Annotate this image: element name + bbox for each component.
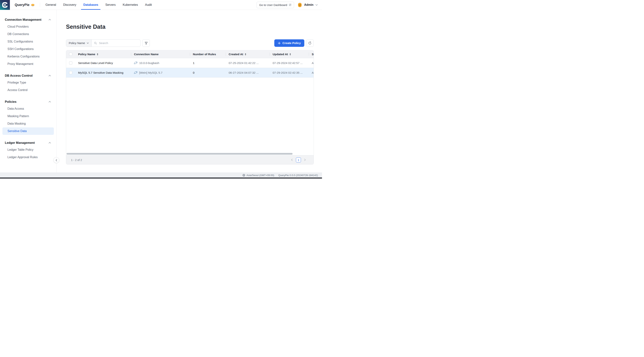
select-all-checkbox[interactable] [69, 53, 72, 56]
search-input[interactable] [98, 41, 138, 45]
section-title: Ledger Management [5, 141, 35, 145]
refresh-icon [308, 42, 312, 45]
pagination-bar: 1 - 2 of 2 1 [66, 155, 314, 164]
chevron-up-icon [48, 75, 51, 77]
column-label: Updated At [272, 53, 288, 56]
table-row[interactable]: MySQL 5.7 Sensitive Data Masking [Wein] … [66, 68, 314, 78]
column-header-connection-name[interactable]: Connection Name [131, 50, 190, 58]
horizontal-scrollbar [66, 153, 314, 155]
column-header-truncated[interactable]: S [309, 50, 314, 58]
sort-icon [290, 53, 291, 55]
sidebar-item-ledger-approval-rules[interactable]: Ledger Approval Rules [2, 154, 54, 161]
user-menu[interactable]: Admin [298, 3, 318, 7]
section-header-connection-management[interactable]: Connection Management [0, 16, 56, 23]
go-to-user-dashboard-button[interactable]: Go to User Dashboard [256, 2, 294, 8]
row-checkbox-cell [66, 58, 75, 68]
row-checkbox[interactable] [69, 71, 72, 74]
select-all-cell [66, 50, 75, 58]
sidebar-item-db-connections[interactable]: DB Connections [2, 31, 54, 38]
filter-button[interactable] [142, 39, 150, 47]
timezone-text: Asia/Seoul (GMT+09:00) [246, 174, 274, 177]
tab-audit[interactable]: Audit [143, 0, 154, 10]
section-header-ledger-management[interactable]: Ledger Management [0, 139, 56, 146]
sidebar-item-data-masking[interactable]: Data Masking [2, 120, 54, 127]
sidebar-item-ssh-configurations[interactable]: SSH Configurations [2, 45, 54, 53]
column-header-created-at[interactable]: Created At [226, 50, 270, 58]
search-box [92, 40, 140, 47]
sort-icon [97, 53, 98, 55]
primary-nav: General Discovery Databases Servers Kube… [42, 0, 156, 10]
sidebar-item-kerberos-configurations[interactable]: Kerberos Configurations [2, 53, 54, 60]
tab-databases[interactable]: Databases [81, 0, 100, 10]
search-field-selector[interactable]: Policy Name [66, 40, 92, 47]
timezone: Asia/Seoul (GMT+09:00) [242, 174, 274, 177]
chevron-right-icon [304, 159, 306, 161]
tab-servers[interactable]: Servers [103, 0, 118, 10]
chevron-up-icon [48, 142, 51, 144]
chevron-up-icon [48, 19, 51, 21]
refresh-button[interactable] [306, 39, 314, 47]
section-ledger-management: Ledger Management Ledger Table Policy Le… [0, 139, 56, 161]
previous-page-button[interactable] [291, 159, 293, 161]
section-connection-management: Connection Management Cloud Providers DB… [0, 16, 56, 68]
sidebar-collapse-button[interactable] [54, 157, 59, 163]
created-at-cell: 07-25-2024 01:42:22 ... [226, 58, 270, 68]
table-empty-area [66, 78, 314, 153]
bottom-dark-strip [0, 178, 322, 179]
main-content: Sensitive Data Policy Name Create Po [57, 10, 322, 173]
table-row[interactable]: Sensitive Data Level Policy 10.0.0-bugba… [66, 58, 314, 68]
sidebar-item-data-access[interactable]: Data Access [2, 105, 54, 113]
row-checkbox-cell [66, 68, 75, 77]
truncated-cell: A [309, 68, 314, 77]
version-text: QueryPie 0.0.0 (20240726-184142) [278, 174, 318, 177]
sidebar-item-cloud-providers[interactable]: Cloud Providers [2, 23, 54, 31]
create-policy-button[interactable]: Create Policy [274, 39, 304, 47]
filter-funnel-icon [144, 42, 148, 45]
truncated-cell: A [309, 58, 314, 68]
chevron-up-icon [48, 101, 51, 103]
connection-name: [Wein] MySQL 5.7 [139, 71, 162, 74]
chevron-left-icon [291, 159, 293, 161]
sidebar-item-masking-pattern[interactable]: Masking Pattern [2, 113, 54, 120]
row-checkbox[interactable] [69, 61, 72, 65]
section-policies: Policies Data Access Masking Pattern Dat… [0, 98, 56, 135]
section-header-policies[interactable]: Policies [0, 98, 56, 105]
status-bar: Asia/Seoul (GMT+09:00) QueryPie 0.0.0 (2… [0, 173, 322, 178]
column-header-updated-at[interactable]: Updated At [270, 50, 309, 58]
pagination-controls: 1 [291, 157, 309, 162]
sidebar-item-sensitive-data[interactable]: Sensitive Data [2, 127, 54, 135]
sidebar-item-privilege-type[interactable]: Privilege Type [2, 79, 54, 86]
toolbar: Policy Name Create Policy [66, 39, 314, 47]
querypie-logo-icon[interactable] [0, 0, 10, 10]
policies-table: Policy Name Connection Name Number of Ru… [66, 50, 314, 165]
brand: QueryPie [15, 0, 35, 10]
tab-discovery[interactable]: Discovery [61, 0, 78, 10]
column-header-number-of-rules[interactable]: Number of Rules [190, 50, 226, 58]
user-name: Admin [304, 3, 314, 7]
section-title: Connection Management [5, 18, 41, 22]
sidebar-item-proxy-management[interactable]: Proxy Management [2, 60, 54, 68]
horizontal-scrollbar-thumb[interactable] [66, 153, 292, 155]
section-header-db-access-control[interactable]: DB Access Control [0, 72, 56, 79]
column-label: Number of Rules [193, 53, 216, 56]
search-icon [94, 42, 97, 45]
chevron-left-icon [56, 159, 57, 162]
sort-icon [245, 53, 246, 55]
updated-at-cell: 07-29-2024 02:42:35 ... [270, 68, 309, 77]
column-header-policy-name[interactable]: Policy Name [75, 50, 131, 58]
column-label: Created At [229, 53, 243, 56]
tab-kubernetes[interactable]: Kubernetes [120, 0, 140, 10]
create-policy-label: Create Policy [282, 42, 301, 45]
created-at-cell: 06-27-2024 04:07:32 ... [226, 68, 270, 77]
next-page-button[interactable] [304, 159, 306, 161]
sidebar-item-ledger-table-policy[interactable]: Ledger Table Policy [2, 146, 54, 154]
connection-name: 10.0.0-bugbash [139, 61, 159, 65]
page-number-button[interactable]: 1 [296, 157, 301, 162]
mysql-dolphin-icon [134, 71, 138, 74]
sidebar-item-ssl-configurations[interactable]: SSL Configurations [2, 38, 54, 45]
sidebar-item-access-control[interactable]: Access Control [2, 86, 54, 94]
page-title: Sensitive Data [66, 24, 106, 30]
plus-icon [278, 42, 281, 45]
mysql-dolphin-icon [134, 62, 138, 64]
tab-general[interactable]: General [43, 0, 58, 10]
